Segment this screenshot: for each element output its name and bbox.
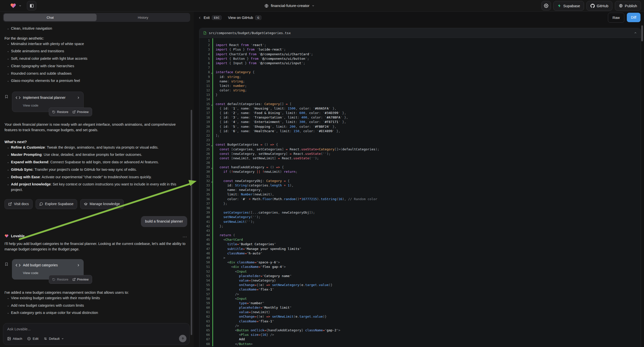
arrow-up-icon <box>181 337 185 340</box>
code-line: 66 <Plus size={16} /> <box>200 332 641 337</box>
code-line: 8vinterface Category { <box>200 70 641 74</box>
view-on-github-button[interactable]: View on GitHub G <box>228 16 262 20</box>
code-line: 32v const newCategoryObj: Category = { <box>200 179 641 183</box>
tab-chat[interactable]: Chat <box>4 14 96 21</box>
preview-label: Preview <box>77 277 88 282</box>
chevron-right-icon <box>77 96 80 99</box>
collapse-file-button[interactable] <box>634 31 637 34</box>
supabase-button[interactable]: Supabase <box>554 1 584 11</box>
list-item: View existing budget categories with the… <box>11 296 187 301</box>
attach-button[interactable]: Attach <box>7 337 22 340</box>
bookmark-icon[interactable] <box>4 262 8 266</box>
github-button[interactable]: GitHub <box>586 1 612 11</box>
restore-button[interactable]: Restore <box>52 110 68 114</box>
code-line: 40 setNewCategory(''); <box>200 215 641 219</box>
view-code-link[interactable]: View code <box>23 270 80 276</box>
toggle-sidebar-button[interactable] <box>27 1 36 10</box>
publish-label: Publish <box>625 4 637 8</box>
github-label: GitHub <box>597 4 608 8</box>
list-item: Subtle animations and transitions <box>11 48 187 54</box>
restore-label: Restore <box>57 110 68 114</box>
code-line: 16 { id: '1', name: 'Housing', limit: 15… <box>200 106 641 111</box>
chevron-down-icon <box>61 337 64 340</box>
explore-supabase-label: Explore Supabase <box>45 202 74 206</box>
user-message-bubble: build a financial planner <box>141 216 187 227</box>
code-diff[interactable]: 12import React from 'react';3import { Pl… <box>200 38 641 346</box>
restore-button[interactable]: Restore <box>52 277 68 282</box>
code-view-header: Exit esc View on GitHub G Raw Diff <box>194 12 644 24</box>
code-line: 57 /> <box>200 292 641 296</box>
code-line: 60 placeholder="Monthly limit" <box>200 306 641 310</box>
code-line: 13} <box>200 92 641 97</box>
whats-next-bullets: Refine & Customize: Tweak the design, an… <box>4 145 187 193</box>
chevron-left-icon <box>198 16 202 20</box>
code-line: 10 name: string; <box>200 79 641 84</box>
code-line: 67 Add <box>200 337 641 342</box>
code-line: 55 onChange={(e) => setNewCategory(e.tar… <box>200 283 641 287</box>
edit-card-add-budget-categories: Add budget categories View code Restore … <box>12 259 84 280</box>
model-selector[interactable]: Default <box>44 337 64 340</box>
publish-button[interactable]: Publish <box>615 1 641 11</box>
raw-toggle-button[interactable]: Raw <box>608 13 624 23</box>
code-line: 31 <box>200 174 641 179</box>
code-line: 61 value={newLimit} <box>200 310 641 314</box>
supabase-icon <box>557 4 561 8</box>
code-line: 65 <Button onClick={handleAddCategory} c… <box>200 328 641 332</box>
tab-history[interactable]: History <box>96 14 190 21</box>
chevron-up-icon <box>634 31 637 34</box>
project-switcher[interactable]: financial-future-creator <box>264 0 315 12</box>
code-scrollbar[interactable] <box>641 26 643 41</box>
chat-input[interactable]: Ask Lovable... <box>7 327 186 331</box>
code-line: 24vconst BudgetCategories = () => { <box>200 142 641 147</box>
edit-card-implement-financial-planner: Implement financial planner View code Re… <box>12 92 84 112</box>
code-line: 36 color: '#' + Math.floor(Math.random()… <box>200 197 641 202</box>
preview-button[interactable]: Preview <box>72 277 88 282</box>
design-bullets: Minimalist interface with plenty of whit… <box>4 41 187 84</box>
publish-globe-icon <box>619 4 623 8</box>
diff-toggle-button[interactable]: Diff <box>627 13 641 22</box>
chevron-down-icon[interactable] <box>19 4 22 7</box>
chat-composer[interactable]: Ask Lovable... Attach Edit Default <box>3 323 190 345</box>
external-link-icon <box>72 278 76 281</box>
code-line: 37 }; <box>200 202 641 206</box>
chevron-right-icon <box>77 264 80 267</box>
list-item: Soft, neutral color palette with light b… <box>11 56 187 62</box>
chat-history-tabs: Chat History <box>3 13 190 22</box>
manage-knowledge-button[interactable]: Manage knowledge <box>80 199 124 209</box>
code-line: 14 <box>200 97 641 102</box>
list-item: Clean typography with clear hierarchies <box>11 64 187 69</box>
g-key-badge: G <box>255 16 262 20</box>
exit-button[interactable]: Exit esc <box>198 16 222 20</box>
code-line: 18 { id: '3', name: 'Transportation', li… <box>200 115 641 120</box>
list-item: Debug with Ease: Activate our experiment… <box>11 174 187 180</box>
model-label: Default <box>49 337 60 340</box>
chat-scrollbar[interactable] <box>191 110 192 335</box>
code-line: 27 const [newLimit, setNewLimit] = React… <box>200 156 641 160</box>
code-line: 50 <div className="space-y-6"> <box>200 260 641 264</box>
visit-docs-button[interactable]: Visit docs <box>4 199 32 209</box>
settings-button[interactable] <box>542 1 551 10</box>
code-line: 56 className="flex-1" <box>200 287 641 292</box>
code-line: 35 limit: Number(newLimit), <box>200 192 641 197</box>
diff-file-card: src/components/budget/BudgetCategories.t… <box>199 28 641 347</box>
project-name: financial-future-creator <box>271 4 310 8</box>
code-line: 23 <box>200 138 641 142</box>
chat-messages[interactable]: Clean, intuitive navigation For the desi… <box>4 26 187 321</box>
preview-label: Preview <box>77 110 88 114</box>
code-line: 28 <box>200 160 641 165</box>
bookmark-icon[interactable] <box>4 94 8 98</box>
message-menu-button[interactable]: ... <box>183 234 187 239</box>
list-item: Refine & Customize: Tweak the design, an… <box>11 145 187 150</box>
lovable-logo[interactable] <box>10 3 16 9</box>
external-link-icon <box>72 110 76 114</box>
restore-label: Restore <box>57 277 68 282</box>
tab-chat-label: Chat <box>46 16 54 20</box>
code-line: 52 <Input <box>200 269 641 274</box>
edit-mode-button[interactable]: Edit <box>27 337 38 340</box>
file-header[interactable]: src/components/budget/BudgetCategories.t… <box>200 28 641 38</box>
preview-button[interactable]: Preview <box>72 110 88 114</box>
send-button[interactable] <box>179 335 186 342</box>
tab-history-label: History <box>138 16 148 20</box>
list-item: Expand with Backend: Connect Supabase to… <box>11 160 187 165</box>
explore-supabase-button[interactable]: Explore Supabase <box>36 199 77 209</box>
